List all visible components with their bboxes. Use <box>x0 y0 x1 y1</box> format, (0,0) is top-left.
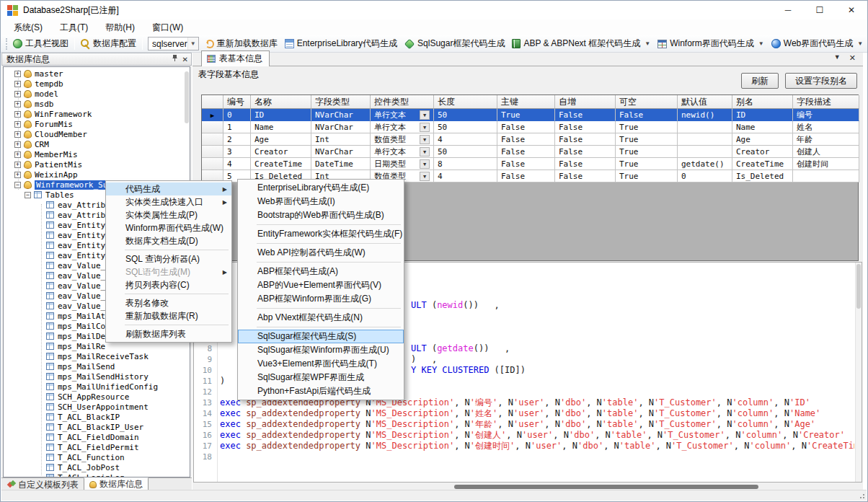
grid-column-header[interactable]: 可空 <box>616 95 678 109</box>
row-header-cell[interactable] <box>202 146 223 158</box>
grid-column-header[interactable]: 字段类型 <box>311 95 371 109</box>
grid-cell[interactable]: False <box>497 146 555 158</box>
grid-cell[interactable]: 创建时间 <box>793 158 859 170</box>
grid-cell[interactable]: False <box>497 170 555 182</box>
grid-column-header[interactable]: 别名 <box>732 95 793 109</box>
tree-node[interactable]: SCH_UserAppointment <box>4 402 184 412</box>
tab-table-info[interactable]: 表基本信息 <box>201 50 270 66</box>
submenu-item[interactable]: Python+FastApi后端代码生成 <box>238 384 404 398</box>
grid-cell[interactable]: False <box>555 133 616 146</box>
grid-cell[interactable]: False <box>555 158 616 170</box>
grid-column-header[interactable]: 长度 <box>434 95 497 109</box>
grid-cell[interactable]: 编号 <box>793 109 859 121</box>
context-menu-item[interactable]: 刷新数据库列表 <box>106 327 231 340</box>
tree-node[interactable]: mps_MailRe <box>4 341 184 351</box>
context-menu-item[interactable]: 表别名修改 <box>106 296 231 309</box>
editor-vertical-scrollbar[interactable] <box>855 263 862 482</box>
grid-column-header[interactable]: 控件类型 <box>371 95 434 109</box>
tree-scrollbar[interactable] <box>185 71 189 123</box>
expand-icon[interactable]: + <box>14 81 21 87</box>
tree-node[interactable]: +WinFramework <box>4 109 184 119</box>
expand-icon[interactable]: + <box>14 151 21 158</box>
grid-cell[interactable]: CreateTime <box>251 158 311 170</box>
tab-close-icon[interactable]: ✕ <box>849 53 856 63</box>
set-alias-button[interactable]: 设置字段别名 <box>785 73 857 89</box>
context-menu-item[interactable]: 代码生成▶ <box>106 182 231 195</box>
menubar-item[interactable]: 工具(T) <box>51 19 97 36</box>
expand-icon[interactable]: + <box>14 121 21 128</box>
submenu-item[interactable]: ABP框架代码生成(A) <box>238 265 404 278</box>
expand-icon[interactable]: + <box>14 131 21 138</box>
combo-dropdown-button[interactable]: ▼ <box>420 123 430 132</box>
grid-cell[interactable] <box>678 146 732 158</box>
tree-node[interactable]: T_ACL_BlackIP_User <box>4 422 184 432</box>
grid-cell[interactable]: False <box>497 121 555 133</box>
grid-cell[interactable]: Int <box>311 133 371 146</box>
grid-column-header[interactable]: 字段描述 <box>793 95 859 109</box>
expand-icon[interactable]: + <box>14 162 21 168</box>
tree-node[interactable]: mps_MailUnifiedConfig <box>4 382 184 392</box>
grid-cell[interactable]: 2 <box>223 133 251 146</box>
grid-cell[interactable]: Is_Deleted <box>732 170 793 182</box>
grid-cell[interactable]: newid() <box>678 109 732 121</box>
combo-dropdown-button[interactable]: ▼ <box>420 147 430 157</box>
tree-node[interactable]: mps_MailReceiveTask <box>4 351 184 361</box>
grid-cell[interactable]: 0 <box>223 109 251 121</box>
grid-cell[interactable]: True <box>497 109 555 121</box>
grid-cell[interactable]: 4 <box>434 133 497 146</box>
chevron-down-icon[interactable]: ▼ <box>187 38 198 50</box>
tree-node[interactable]: +ForumMis <box>4 119 184 129</box>
grid-cell[interactable]: NVarChar <box>311 146 371 158</box>
context-menu-item[interactable]: 实体类属性生成(P) <box>106 208 231 221</box>
grid-cell[interactable]: Name <box>251 121 311 133</box>
toolbar-button[interactable]: 重新加载数据库 <box>202 36 281 52</box>
grid-cell[interactable]: False <box>555 121 616 133</box>
submenu-item[interactable]: Web API控制器代码生成(W) <box>238 246 404 260</box>
expand-icon[interactable]: + <box>14 172 21 178</box>
toolbar-button[interactable]: SqlSugar框架代码生成 <box>401 36 508 52</box>
submenu-item[interactable]: Vue3+Element界面代码生成(T) <box>238 357 404 371</box>
grid-cell[interactable]: 3 <box>223 146 251 158</box>
grid-cell[interactable]: 1 <box>223 121 251 133</box>
tree-node[interactable]: +msdb <box>4 99 184 109</box>
tree-node[interactable]: +WeixinApp <box>4 169 184 180</box>
tree-node[interactable]: T_ACL_LoginLog <box>4 472 184 477</box>
row-header-cell[interactable]: ▶ <box>202 109 223 121</box>
tree-node[interactable]: mps_MailSendHistory <box>4 371 184 382</box>
context-menu-item[interactable]: 拷贝列表内容(C) <box>106 278 231 291</box>
grid-column-header[interactable]: 名称 <box>251 95 311 109</box>
menubar-item[interactable]: 窗口(W) <box>143 19 192 36</box>
combo-dropdown-button[interactable]: ▼ <box>420 172 430 181</box>
submenu-item[interactable]: SqlSugar框架代码生成(S) <box>238 330 404 343</box>
submenu-item[interactable]: Abp VNext框架代码生成(N) <box>238 311 404 325</box>
combo-dropdown-button[interactable]: ▼ <box>420 159 430 169</box>
grid-cell[interactable]: 50 <box>434 109 497 121</box>
grid-column-header[interactable]: 编号 <box>223 95 251 109</box>
toolbar-button[interactable]: EnterpriseLibrary代码生成 <box>281 36 401 52</box>
chevron-down-icon[interactable]: ▼ <box>758 40 764 47</box>
grid-cell[interactable]: False <box>555 170 616 182</box>
combo-dropdown-button[interactable]: ▼ <box>420 135 430 144</box>
tree-node[interactable]: T_ACL_JobPost <box>4 462 184 472</box>
grid-cell[interactable]: 单行文本▼ <box>371 121 434 133</box>
grid-cell[interactable]: 4 <box>434 170 497 182</box>
grid-cell[interactable]: Age <box>732 133 793 146</box>
expand-icon[interactable]: + <box>14 101 21 107</box>
grid-cell[interactable]: 姓名 <box>793 121 859 133</box>
collapse-icon[interactable]: − <box>25 192 31 198</box>
tree-node[interactable]: mps_MailSend <box>4 361 184 371</box>
tree-node[interactable]: T_ACL_Function <box>4 452 184 462</box>
grid-cell[interactable]: 0 <box>678 170 732 182</box>
grid-cell[interactable]: 50 <box>434 146 497 158</box>
submenu-item[interactable]: SqlSugar框架Winform界面生成(U) <box>238 343 404 357</box>
tree-node[interactable]: +model <box>4 89 184 99</box>
grid-cell[interactable]: NVarChar <box>311 109 371 121</box>
grid-cell[interactable]: 创建人 <box>793 146 859 158</box>
tree-node[interactable]: +CRM <box>4 139 184 149</box>
grid-cell[interactable] <box>793 170 859 182</box>
grid-row[interactable]: 1NameNVarChar单行文本▼50FalseFalseTrueName姓名 <box>202 121 858 133</box>
database-type-combo[interactable]: sqlserver▼ <box>148 37 199 50</box>
refresh-button[interactable]: 刷新 <box>741 73 779 89</box>
expand-icon[interactable]: + <box>14 71 21 77</box>
minimize-button[interactable]: ─ <box>772 1 804 19</box>
